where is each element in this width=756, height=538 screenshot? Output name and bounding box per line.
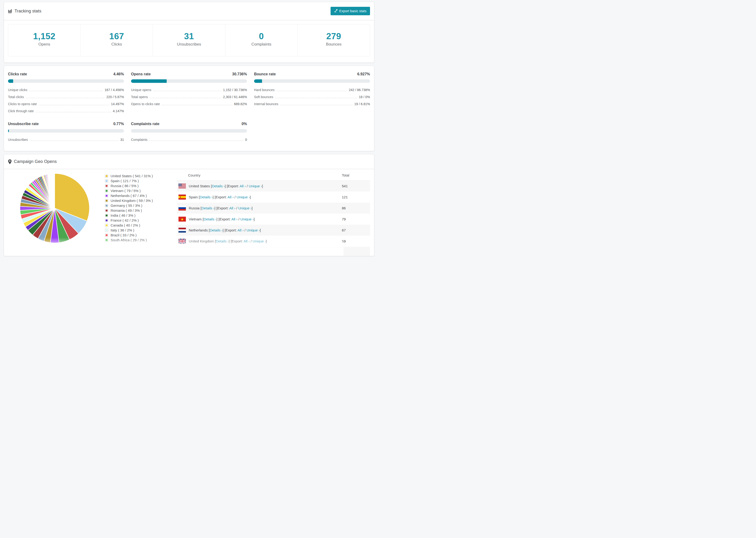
details-link[interactable]: Details › [201,206,214,210]
details-link[interactable]: Details › [210,228,223,232]
summary-cell-complaints: 0Complaints [225,25,298,56]
export-unique-link[interactable]: Unique › [241,217,254,221]
total-cell: 67 [342,228,370,232]
country-links: United States [Details ›] [Export: All ›… [189,184,263,188]
table-row-vietnam: Vietnam [Details ›] [Export: All › / Uni… [177,214,370,225]
country-cell: Russia [Details ›] [Export: All › / Uniq… [177,206,342,211]
legend-label: Canada ( 40 / 2% ) [111,223,140,227]
export-icon [334,9,338,13]
progress-bar-fill [254,79,262,83]
progress-bar-bounce-rate [254,79,370,83]
export-unique-link[interactable]: Unique › [237,195,250,199]
progress-bar-unsubscribe-rate [8,129,124,133]
legend-item-canada: Canada ( 40 / 2% ) [105,223,164,228]
campaign-geo-body: United States ( 541 / 31% )Spain ( 121 /… [4,169,374,256]
details-link[interactable]: Details › [216,239,229,243]
export-unique-link[interactable]: Unique › [238,206,252,210]
dotted-leader [29,91,103,91]
export-all-link[interactable]: All › [238,228,244,232]
rate-row-label: Unique opens [131,88,151,92]
legend-item-russia: Russia ( 86 / 5% ) [105,183,164,188]
legend-item-germany: Germany ( 55 / 3% ) [105,203,164,208]
rate-row-total-opens: Total opens2,303 / 61.446% [131,95,247,99]
summary-cell-clicks: 167Clicks [81,25,153,56]
export-all-link[interactable]: All › [229,206,236,210]
tracking-stats-body: 1,152Opens167Clicks31Unsubscribes0Compla… [4,21,374,62]
details-link[interactable]: Details › [200,195,213,199]
country-cell: Vietnam [Details ›] [Export: All › / Uni… [177,217,342,222]
export-button-label: Export basic stats [339,9,366,13]
legend-item-netherlands: Netherlands ( 67 / 4% ) [105,193,164,198]
rate-row-label: Click through rate [8,109,34,113]
table-row-united-kingdom: United Kingdom [Details ›] [Export: All … [177,236,370,247]
country-links: Spain [Details ›] [Export: All › / Uniqu… [189,195,251,199]
country-cell: United States [Details ›] [Export: All ›… [177,184,342,188]
rates-grid: Clicks rate4.46%Unique clicks167 / 4.456… [4,66,374,151]
legend-item-united-kingdom: United Kingdom ( 59 / 3% ) [105,198,164,203]
summary-cell-opens: 1,152Opens [8,25,81,56]
rate-row-unsubscribes: Unsubscribes31 [8,138,124,141]
campaign-geo-header: Campaign Geo Opens [4,154,374,169]
rate-row-label: Complaints [131,138,147,141]
geo-table-header: CountryTotal [177,170,370,181]
country-cell [177,250,342,255]
table-row-netherlands: Netherlands [Details ›] [Export: All › /… [177,225,370,236]
country-links: United Kingdom [Details ›] [Export: All … [189,239,267,243]
legend-item-italy: Italy ( 36 / 2% ) [105,228,164,233]
column-header-country: Country [177,173,342,177]
rate-value: 0% [242,122,247,126]
legend-swatch [105,194,108,197]
tracking-stats-header: Tracking stats Export basic stats [4,2,374,20]
summary-value-unsubscribes: 31 [153,31,225,41]
dotted-leader [26,98,105,98]
legend-label: Brazil ( 33 / 2% ) [111,233,136,237]
table-row-spain: Spain [Details ›] [Export: All › / Uniqu… [177,191,370,202]
details-link[interactable]: Details › [212,184,225,188]
table-row-united-states: United States [Details ›] [Export: All ›… [177,181,370,191]
export-all-link[interactable]: All › [240,184,246,188]
export-all-link[interactable]: All › [231,217,237,221]
rate-rows: Hard bounces242 / 86.738%Soft bounces18 … [254,88,370,106]
legend-item-vietnam: Vietnam ( 79 / 5% ) [105,188,164,193]
spain-flag-icon [179,194,186,199]
export-unique-link[interactable]: Unique › [249,184,262,188]
export-all-link[interactable]: All › [243,239,249,243]
export-all-link[interactable]: All › [228,195,234,199]
vietnam-flag-icon [179,217,186,222]
rate-row-value: 167 / 4.456% [104,88,124,92]
legend-swatch [105,209,108,212]
summary-cell-bounces: 279Bounces [298,25,370,56]
legend-swatch [105,189,108,192]
rate-title: Opens rate [131,72,151,76]
campaign-geo-title: Campaign Geo Opens [8,159,57,164]
summary-label-unsubscribes: Unsubscribes [153,42,225,47]
summary-label-clicks: Clicks [81,42,153,47]
rate-row-label: Total clicks [8,95,24,99]
export-prefix: Export: [228,184,240,188]
legend-swatch [105,179,108,183]
dotted-leader [153,91,221,91]
legend-swatch [105,219,108,222]
progress-bar-complaints-rate [131,129,247,133]
tracking-stats-card: Tracking stats Export basic stats 1,152O… [4,2,374,63]
legend-swatch [105,234,108,237]
details-link[interactable]: Details › [203,217,216,221]
legend-label: United Kingdom ( 59 / 3% ) [111,198,153,202]
export-unique-link[interactable]: Unique › [246,228,260,232]
rate-block-complaints-rate: Complaints rate0%Complaints0 [131,122,247,141]
rate-row-value: 1,152 / 30.736% [223,88,247,92]
export-unique-link[interactable]: Unique › [253,239,266,243]
legend-item-united-states: United States ( 541 / 31% ) [105,174,164,178]
export-prefix: Export: [226,228,238,232]
legend-swatch [105,239,108,242]
summary-strip: 1,152Opens167Clicks31Unsubscribes0Compla… [8,24,370,56]
united-kingdom-flag-icon [179,239,186,243]
legend-swatch [105,204,108,207]
united-states-flag-icon [179,184,186,188]
rate-block-bounce-rate: Bounce rate6.927%Hard bounces242 / 86.73… [254,72,370,113]
export-basic-stats-button[interactable]: Export basic stats [331,7,370,15]
geo-table-body: United States [Details ›] [Export: All ›… [177,181,370,256]
rate-row-unique-clicks: Unique clicks167 / 4.456% [8,88,124,92]
legend-item-france: France ( 42 / 2% ) [105,218,164,223]
campaign-geo-card: Campaign Geo Opens United States ( 541 /… [4,154,374,256]
